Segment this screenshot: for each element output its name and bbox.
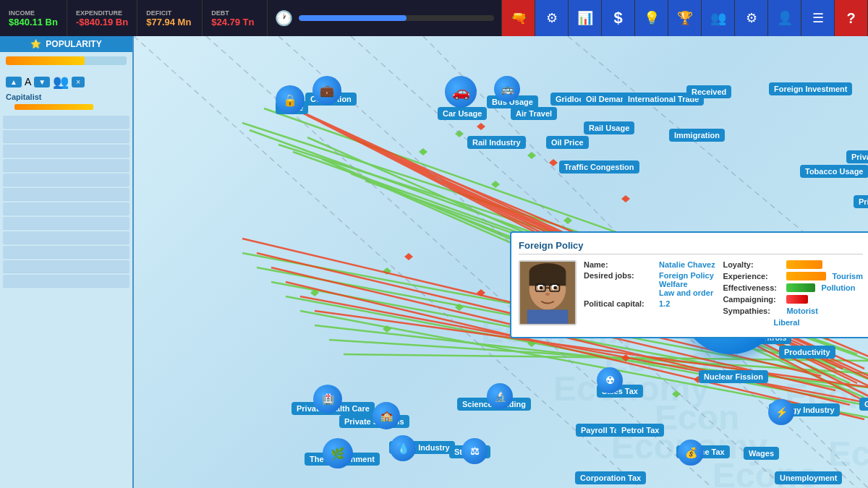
svg-point-71 xyxy=(553,286,557,290)
left-item-11 xyxy=(3,260,129,273)
rail-industry-label[interactable]: Rail Industry xyxy=(467,136,526,149)
gun-button[interactable]: 🔫 xyxy=(502,0,535,36)
voter-mini-bar xyxy=(14,104,93,110)
nuclear-fission-label[interactable]: Nuclear Fission xyxy=(699,370,768,383)
loyalty-bar xyxy=(786,260,822,269)
person-button[interactable]: 👤 xyxy=(768,0,801,36)
received-label[interactable]: Received xyxy=(686,85,731,98)
experience-stat-label: Experience: xyxy=(723,272,780,281)
productivity-label[interactable]: Productivity xyxy=(779,346,835,359)
svg-rect-76 xyxy=(527,309,569,323)
petrol-tax-label[interactable]: Petrol Tax xyxy=(616,424,664,437)
corruption-icon[interactable]: 💼 xyxy=(312,76,341,105)
popularity-bar xyxy=(0,52,132,72)
job1-link[interactable]: Foreign Policy xyxy=(659,271,714,280)
wages-label[interactable]: Wages xyxy=(744,447,779,460)
voter-up-btn[interactable]: ▲ xyxy=(6,77,22,87)
popularity-label: POPULARITY xyxy=(46,39,101,49)
svg-marker-29 xyxy=(527,152,536,159)
income-value: $840.11 Bn xyxy=(9,17,58,27)
left-panel: ⭐ POPULARITY ▲ A ▼ 👥 × Capitalist xyxy=(0,36,134,488)
left-item-10 xyxy=(3,246,129,259)
gear-button[interactable]: ⚙ xyxy=(735,0,768,36)
left-item-2 xyxy=(3,130,129,143)
left-item-5 xyxy=(3,174,129,187)
bulb-button[interactable]: 💡 xyxy=(635,0,668,36)
popup-info: Name: Natalie Chavez Desired jobs: Forei… xyxy=(584,260,715,330)
dollar-button[interactable]: $ xyxy=(602,0,635,36)
job3-link[interactable]: Law and order xyxy=(659,288,713,297)
svg-marker-23 xyxy=(383,267,391,275)
group-button[interactable]: 👥 xyxy=(702,0,735,36)
gdp-sub-label[interactable]: GDP xyxy=(859,398,868,411)
svg-marker-24 xyxy=(455,304,464,311)
science-icon[interactable]: 🔬 xyxy=(487,383,513,409)
environment-icon[interactable]: 🌿 xyxy=(323,438,353,468)
immigration-label[interactable]: Immigration xyxy=(669,129,725,142)
left-item-6 xyxy=(3,188,129,201)
air-travel-label[interactable]: Air Travel xyxy=(511,107,557,120)
deficit-label: DEFICIT xyxy=(146,9,193,17)
traffic-congestion-label[interactable]: Traffic Congestion xyxy=(559,160,639,174)
svg-rect-67 xyxy=(529,272,566,286)
sympathies-stat-label: Sympathies: xyxy=(723,307,780,315)
energy-icon[interactable]: ⚡ xyxy=(768,399,794,425)
svg-marker-48 xyxy=(477,123,485,130)
tobacco-usage-label[interactable]: Tobacco Usage xyxy=(800,165,868,178)
pollution-link[interactable]: Pollution xyxy=(821,283,855,292)
help-button[interactable]: ? xyxy=(835,0,868,36)
foreign-investment-label[interactable]: Foreign Investment xyxy=(769,82,852,95)
expenditure-label: EXPENDITURE xyxy=(76,9,128,17)
job2-link[interactable]: Welfare xyxy=(659,280,688,288)
list-button[interactable]: ☰ xyxy=(801,0,835,36)
name-value: Natalie Chavez xyxy=(659,260,715,269)
svg-marker-20 xyxy=(563,217,572,224)
campaigning-bar xyxy=(786,295,808,304)
voter-down-btn[interactable]: ▼ xyxy=(34,77,50,87)
income-tax-icon[interactable]: 💰 xyxy=(678,440,704,466)
svg-marker-54 xyxy=(477,289,485,296)
stability-icon[interactable]: ⚖ xyxy=(461,438,488,464)
private-housing-label[interactable]: Private Housing xyxy=(854,195,868,208)
crime-icon[interactable]: 🔒 xyxy=(276,85,305,114)
trophy-button[interactable]: 🏆 xyxy=(668,0,702,36)
people-button[interactable]: ⚙ xyxy=(535,0,569,36)
voter-icon: A xyxy=(25,76,31,87)
water-icon[interactable]: 💧 xyxy=(390,435,416,461)
health-icon[interactable]: 🏥 xyxy=(313,385,342,414)
top-bar: INCOME $840.11 Bn EXPENDITURE -$840.19 B… xyxy=(0,0,868,36)
svg-marker-25 xyxy=(527,340,536,347)
schools-icon[interactable]: 🏫 xyxy=(373,402,400,429)
unemployment-label[interactable]: Unemployment xyxy=(775,471,842,484)
private-pensions-label[interactable]: Private Pensions xyxy=(846,150,868,163)
bus-usage-icon[interactable]: 🚌 xyxy=(494,76,520,102)
tourism-link[interactable]: Tourism xyxy=(832,272,863,281)
popup-avatar xyxy=(519,260,576,325)
effectiveness-stat-label: Effectiveness: xyxy=(723,283,780,292)
debt-value: $24.79 Tn xyxy=(211,17,258,27)
svg-marker-56 xyxy=(621,354,630,361)
icon-bar: 🔫 ⚙ 📊 $ 💡 🏆 👥 ⚙ 👤 ☰ ? xyxy=(502,0,868,36)
sympathy2-link[interactable]: Liberal xyxy=(773,318,799,327)
car-usage-icon[interactable]: 🚗 xyxy=(445,76,477,108)
timer-area: 🕐 xyxy=(268,0,502,36)
corporation-tax-label[interactable]: Corporation Tax xyxy=(575,471,646,484)
oil-price-label[interactable]: Oil Price xyxy=(546,136,589,149)
rail-usage-label[interactable]: Rail Usage xyxy=(584,121,634,134)
svg-point-70 xyxy=(540,286,543,290)
voter-controls[interactable]: ▲ A ▼ 👥 × xyxy=(0,72,132,91)
clock-icon: 🕐 xyxy=(275,9,293,27)
experience-bars xyxy=(786,272,826,281)
group-icon-2: 👥 xyxy=(53,74,69,90)
car-usage-label[interactable]: Car Usage xyxy=(438,107,487,120)
close-voter-btn[interactable]: × xyxy=(72,77,85,87)
nuclear-icon[interactable]: ☢ xyxy=(597,367,623,393)
deficit-stat: DEFICIT $77.94 Mn xyxy=(137,0,203,36)
chart-button[interactable]: 📊 xyxy=(569,0,602,36)
desired-jobs-key: Desired jobs: xyxy=(584,271,656,297)
sympathy1-link[interactable]: Motorist xyxy=(786,307,817,315)
svg-marker-53 xyxy=(404,253,413,260)
left-item-8 xyxy=(3,217,129,230)
svg-point-72 xyxy=(545,293,550,296)
svg-marker-28 xyxy=(455,130,464,137)
